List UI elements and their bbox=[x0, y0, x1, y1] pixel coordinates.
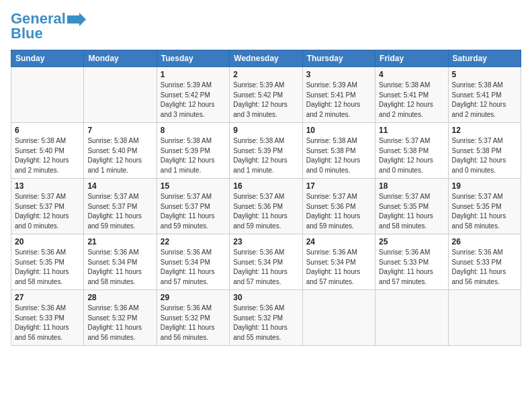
calendar-table: SundayMondayTuesdayWednesdayThursdayFrid… bbox=[11, 50, 521, 346]
day-cell: 6Sunrise: 5:38 AM Sunset: 5:40 PM Daylig… bbox=[11, 123, 84, 179]
day-detail: Sunrise: 5:36 AM Sunset: 5:33 PM Dayligh… bbox=[452, 248, 517, 287]
day-cell: 29Sunrise: 5:36 AM Sunset: 5:32 PM Dayli… bbox=[157, 290, 229, 346]
day-cell: 13Sunrise: 5:37 AM Sunset: 5:37 PM Dayli… bbox=[11, 179, 84, 234]
day-detail: Sunrise: 5:38 AM Sunset: 5:41 PM Dayligh… bbox=[452, 81, 517, 120]
day-detail: Sunrise: 5:38 AM Sunset: 5:40 PM Dayligh… bbox=[87, 136, 152, 175]
day-detail: Sunrise: 5:36 AM Sunset: 5:32 PM Dayligh… bbox=[161, 304, 226, 342]
day-cell: 8Sunrise: 5:38 AM Sunset: 5:39 PM Daylig… bbox=[157, 123, 229, 179]
day-detail: Sunrise: 5:37 AM Sunset: 5:36 PM Dayligh… bbox=[233, 192, 298, 231]
day-cell: 10Sunrise: 5:38 AM Sunset: 5:38 PM Dayli… bbox=[302, 123, 375, 179]
day-number: 10 bbox=[306, 126, 371, 135]
day-number: 7 bbox=[87, 126, 152, 135]
day-detail: Sunrise: 5:38 AM Sunset: 5:41 PM Dayligh… bbox=[379, 81, 444, 120]
day-cell: 26Sunrise: 5:36 AM Sunset: 5:33 PM Dayli… bbox=[448, 234, 521, 290]
day-number: 3 bbox=[306, 70, 371, 79]
day-number: 27 bbox=[15, 293, 80, 302]
day-detail: Sunrise: 5:38 AM Sunset: 5:38 PM Dayligh… bbox=[306, 136, 371, 175]
day-detail: Sunrise: 5:36 AM Sunset: 5:33 PM Dayligh… bbox=[15, 304, 80, 342]
day-detail: Sunrise: 5:36 AM Sunset: 5:34 PM Dayligh… bbox=[306, 248, 371, 287]
day-number: 28 bbox=[87, 293, 152, 302]
day-cell: 30Sunrise: 5:36 AM Sunset: 5:32 PM Dayli… bbox=[230, 290, 302, 346]
logo: General Blue bbox=[11, 11, 86, 42]
week-row-5: 27Sunrise: 5:36 AM Sunset: 5:33 PM Dayli… bbox=[11, 290, 521, 346]
day-number: 4 bbox=[379, 70, 444, 79]
logo-arrow-icon bbox=[67, 13, 86, 26]
day-number: 23 bbox=[233, 237, 298, 246]
day-cell: 19Sunrise: 5:37 AM Sunset: 5:35 PM Dayli… bbox=[448, 179, 521, 234]
day-detail: Sunrise: 5:38 AM Sunset: 5:40 PM Dayligh… bbox=[15, 136, 80, 175]
day-cell: 24Sunrise: 5:36 AM Sunset: 5:34 PM Dayli… bbox=[302, 234, 375, 290]
day-cell: 22Sunrise: 5:36 AM Sunset: 5:34 PM Dayli… bbox=[157, 234, 229, 290]
column-header-wednesday: Wednesday bbox=[230, 50, 302, 67]
day-number: 6 bbox=[15, 126, 80, 135]
day-detail: Sunrise: 5:37 AM Sunset: 5:37 PM Dayligh… bbox=[161, 192, 226, 231]
day-cell: 11Sunrise: 5:37 AM Sunset: 5:38 PM Dayli… bbox=[375, 123, 448, 179]
day-number: 24 bbox=[306, 237, 371, 246]
day-cell: 20Sunrise: 5:36 AM Sunset: 5:35 PM Dayli… bbox=[11, 234, 84, 290]
day-detail: Sunrise: 5:39 AM Sunset: 5:42 PM Dayligh… bbox=[161, 81, 226, 120]
day-number: 18 bbox=[379, 181, 444, 191]
day-cell: 3Sunrise: 5:39 AM Sunset: 5:41 PM Daylig… bbox=[302, 67, 375, 123]
day-detail: Sunrise: 5:36 AM Sunset: 5:34 PM Dayligh… bbox=[233, 248, 298, 287]
day-cell bbox=[11, 67, 84, 123]
day-cell bbox=[302, 290, 375, 346]
header-row: SundayMondayTuesdayWednesdayThursdayFrid… bbox=[11, 50, 521, 67]
day-number: 11 bbox=[379, 126, 444, 135]
column-header-thursday: Thursday bbox=[302, 50, 375, 67]
column-header-monday: Monday bbox=[84, 50, 157, 67]
day-cell: 5Sunrise: 5:38 AM Sunset: 5:41 PM Daylig… bbox=[448, 67, 521, 123]
day-cell: 4Sunrise: 5:38 AM Sunset: 5:41 PM Daylig… bbox=[375, 67, 448, 123]
day-detail: Sunrise: 5:37 AM Sunset: 5:38 PM Dayligh… bbox=[452, 136, 517, 175]
day-detail: Sunrise: 5:37 AM Sunset: 5:38 PM Dayligh… bbox=[379, 136, 444, 175]
day-number: 26 bbox=[452, 237, 517, 246]
day-number: 12 bbox=[452, 126, 517, 135]
day-detail: Sunrise: 5:39 AM Sunset: 5:41 PM Dayligh… bbox=[306, 81, 371, 120]
day-number: 8 bbox=[161, 126, 226, 135]
week-row-1: 1Sunrise: 5:39 AM Sunset: 5:42 PM Daylig… bbox=[11, 67, 521, 123]
day-number: 21 bbox=[87, 237, 152, 246]
day-number: 15 bbox=[161, 181, 226, 191]
day-number: 16 bbox=[233, 181, 298, 191]
day-cell bbox=[448, 290, 521, 346]
day-detail: Sunrise: 5:39 AM Sunset: 5:42 PM Dayligh… bbox=[233, 81, 298, 120]
day-cell: 16Sunrise: 5:37 AM Sunset: 5:36 PM Dayli… bbox=[230, 179, 302, 234]
day-detail: Sunrise: 5:37 AM Sunset: 5:36 PM Dayligh… bbox=[306, 192, 371, 231]
day-cell bbox=[84, 67, 157, 123]
day-detail: Sunrise: 5:37 AM Sunset: 5:35 PM Dayligh… bbox=[379, 192, 444, 231]
day-detail: Sunrise: 5:36 AM Sunset: 5:32 PM Dayligh… bbox=[87, 304, 152, 342]
day-number: 29 bbox=[161, 293, 226, 302]
day-cell: 25Sunrise: 5:36 AM Sunset: 5:33 PM Dayli… bbox=[375, 234, 448, 290]
day-cell: 15Sunrise: 5:37 AM Sunset: 5:37 PM Dayli… bbox=[157, 179, 229, 234]
column-header-friday: Friday bbox=[375, 50, 448, 67]
day-cell: 1Sunrise: 5:39 AM Sunset: 5:42 PM Daylig… bbox=[157, 67, 229, 123]
day-detail: Sunrise: 5:38 AM Sunset: 5:39 PM Dayligh… bbox=[233, 136, 298, 175]
day-number: 19 bbox=[452, 181, 517, 191]
day-cell: 14Sunrise: 5:37 AM Sunset: 5:37 PM Dayli… bbox=[84, 179, 157, 234]
column-header-sunday: Sunday bbox=[11, 50, 84, 67]
day-detail: Sunrise: 5:36 AM Sunset: 5:33 PM Dayligh… bbox=[379, 248, 444, 287]
day-number: 25 bbox=[379, 237, 444, 246]
day-detail: Sunrise: 5:37 AM Sunset: 5:37 PM Dayligh… bbox=[87, 192, 152, 231]
week-row-4: 20Sunrise: 5:36 AM Sunset: 5:35 PM Dayli… bbox=[11, 234, 521, 290]
day-cell: 28Sunrise: 5:36 AM Sunset: 5:32 PM Dayli… bbox=[84, 290, 157, 346]
day-number: 20 bbox=[15, 237, 80, 246]
day-detail: Sunrise: 5:38 AM Sunset: 5:39 PM Dayligh… bbox=[161, 136, 226, 175]
day-cell: 18Sunrise: 5:37 AM Sunset: 5:35 PM Dayli… bbox=[375, 179, 448, 234]
day-number: 22 bbox=[161, 237, 226, 246]
day-cell: 9Sunrise: 5:38 AM Sunset: 5:39 PM Daylig… bbox=[230, 123, 302, 179]
day-detail: Sunrise: 5:36 AM Sunset: 5:34 PM Dayligh… bbox=[161, 248, 226, 287]
day-cell: 23Sunrise: 5:36 AM Sunset: 5:34 PM Dayli… bbox=[230, 234, 302, 290]
page-header: General Blue bbox=[11, 11, 521, 42]
day-number: 9 bbox=[233, 126, 298, 135]
day-number: 17 bbox=[306, 181, 371, 191]
day-detail: Sunrise: 5:37 AM Sunset: 5:35 PM Dayligh… bbox=[452, 192, 517, 231]
day-cell: 17Sunrise: 5:37 AM Sunset: 5:36 PM Dayli… bbox=[302, 179, 375, 234]
day-detail: Sunrise: 5:37 AM Sunset: 5:37 PM Dayligh… bbox=[15, 192, 80, 231]
svg-marker-0 bbox=[67, 13, 86, 26]
day-cell: 27Sunrise: 5:36 AM Sunset: 5:33 PM Dayli… bbox=[11, 290, 84, 346]
week-row-2: 6Sunrise: 5:38 AM Sunset: 5:40 PM Daylig… bbox=[11, 123, 521, 179]
day-number: 1 bbox=[161, 70, 226, 79]
day-number: 13 bbox=[15, 181, 80, 191]
day-number: 5 bbox=[452, 70, 517, 79]
day-cell: 7Sunrise: 5:38 AM Sunset: 5:40 PM Daylig… bbox=[84, 123, 157, 179]
